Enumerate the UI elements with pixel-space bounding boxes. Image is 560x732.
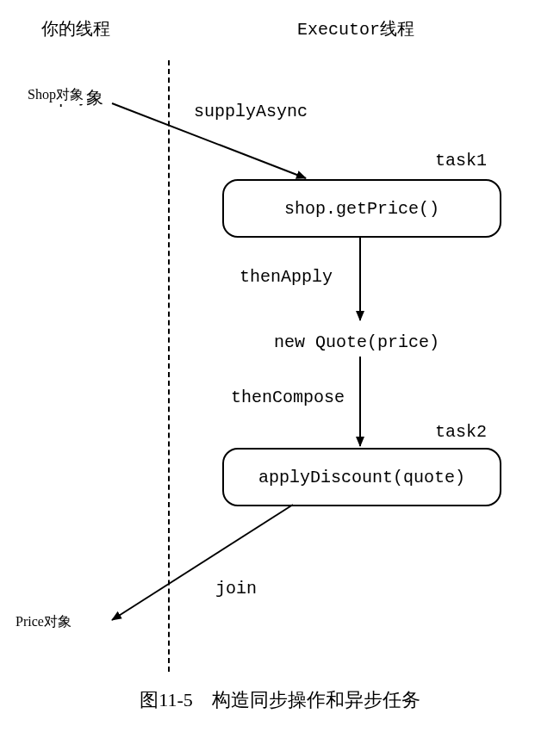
join-label: join <box>215 579 257 599</box>
svg-line-3 <box>112 505 293 620</box>
figure-caption: 图11-5 构造同步操作和异步任务 <box>0 687 560 713</box>
join-arrow <box>0 0 560 732</box>
price-object-label: Price对象 <box>16 613 72 631</box>
